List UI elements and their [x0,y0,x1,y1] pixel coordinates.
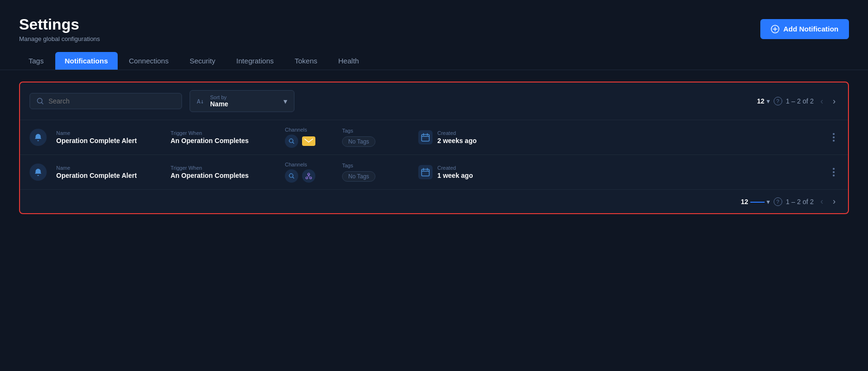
name-label: Name [56,165,161,171]
channel-icons [285,134,333,148]
channel-icons [285,169,333,183]
search-input[interactable] [49,97,175,105]
toolbar: A↓ Sort by Name ▾ 12 ▾ ? 1 – 2 of 2 ‹ › [20,82,848,120]
channels-section: Channels [285,127,333,148]
underline [750,202,765,203]
channel-search-icon [285,134,298,148]
sort-by-label: Sort by [210,94,228,100]
channels-label: Channels [285,127,333,133]
bell-svg [34,133,42,142]
bell-svg [34,168,42,176]
next-page-button-bottom[interactable]: › [830,196,838,207]
calendar-icon [418,130,433,144]
svg-text:A↓: A↓ [197,98,204,105]
help-icon[interactable]: ? [774,97,782,105]
page-title: Settings [19,15,100,33]
tab-integrations[interactable]: Integrations [227,52,283,70]
notification-list: Name Operation Complete Alert Trigger Wh… [20,120,848,189]
created-value: 1 week ago [437,172,473,179]
tab-notifications[interactable]: Notifications [55,52,118,70]
channel-webhook-icon [302,169,315,183]
sort-label-group: Sort by Name [210,94,228,108]
table-row[interactable]: Name Operation Complete Alert Trigger Wh… [20,120,848,155]
help-icon-bottom[interactable]: ? [774,197,782,206]
no-tags-badge: No Tags [342,136,375,147]
created-value: 2 weeks ago [437,137,477,144]
dot [833,136,835,138]
page-subtitle: Manage global configurations [19,35,100,42]
per-page-number: 12 [757,97,765,105]
notification-name: Operation Complete Alert [56,137,161,144]
created-info: Created 2 weeks ago [437,130,477,144]
channels-section: Channels [285,162,333,183]
created-label: Created [437,165,473,171]
svg-rect-20 [422,169,429,176]
notification-name-section: Name Operation Complete Alert [56,165,161,179]
tab-security[interactable]: Security [180,52,225,70]
svg-line-7 [293,143,294,144]
created-section: Created 2 weeks ago [418,130,495,144]
notification-name-section: Name Operation Complete Alert [56,130,161,144]
per-page-select-bottom[interactable]: 12 ▾ [741,198,770,206]
svg-line-4 [41,103,43,104]
pagination-top: 12 ▾ ? 1 – 2 of 2 ‹ › [757,95,838,107]
dot [833,168,835,170]
tags-label: Tags [342,163,409,168]
trigger-section: Trigger When An Operation Completes [171,165,275,179]
tags-section: Tags No Tags [342,163,409,182]
bell-icon [30,164,47,181]
svg-point-16 [310,177,312,179]
svg-point-15 [306,177,308,179]
main-content: A↓ Sort by Name ▾ 12 ▾ ? 1 – 2 of 2 ‹ › [0,70,868,226]
dot [833,140,835,142]
notifications-panel: A↓ Sort by Name ▾ 12 ▾ ? 1 – 2 of 2 ‹ › [19,82,849,214]
dot [833,133,835,135]
trigger-section: Trigger When An Operation Completes [171,130,275,144]
header-left: Settings Manage global configurations [19,15,100,42]
header: Settings Manage global configurations Ad… [0,0,868,52]
tab-tags[interactable]: Tags [19,52,53,70]
created-section: Created 1 week ago [418,165,495,179]
channel-search-icon [285,169,298,183]
created-info: Created 1 week ago [437,165,473,179]
created-label: Created [437,130,477,136]
tabs-bar: Tags Notifications Connections Security … [0,52,868,70]
per-page-chevron: ▾ [767,97,770,105]
tab-connections[interactable]: Connections [120,52,178,70]
pagination-text-bottom: 1 – 2 of 2 [786,198,814,206]
trigger-value: An Operation Completes [171,137,275,144]
dot [833,175,835,176]
svg-rect-8 [303,137,314,145]
tab-health[interactable]: Health [329,52,368,70]
per-page-number-bottom: 12 [741,198,748,206]
svg-line-14 [293,177,294,179]
calendar-icon [418,165,433,179]
tab-tokens[interactable]: Tokens [285,52,327,70]
pagination-text: 1 – 2 of 2 [786,97,814,105]
per-page-select[interactable]: 12 ▾ [757,97,770,105]
bell-icon [30,129,47,146]
prev-page-button[interactable]: ‹ [818,95,826,107]
next-page-button[interactable]: › [830,95,838,107]
more-options-button[interactable] [829,166,838,178]
trigger-label: Trigger When [171,130,275,136]
table-row[interactable]: Name Operation Complete Alert Trigger Wh… [20,155,848,189]
svg-point-17 [308,173,310,175]
plus-circle-icon [771,25,779,33]
no-tags-badge: No Tags [342,171,375,182]
footer-bar: 12 ▾ ? 1 – 2 of 2 ‹ › [20,189,848,213]
svg-rect-9 [422,134,429,141]
tags-section: Tags No Tags [342,128,409,147]
add-notification-button[interactable]: Add Notification [760,19,849,39]
sort-icon: A↓ [197,97,205,105]
sort-dropdown[interactable]: A↓ Sort by Name ▾ [190,90,294,112]
prev-page-button-bottom[interactable]: ‹ [818,196,826,207]
more-options-button[interactable] [829,131,838,144]
notification-name: Operation Complete Alert [56,172,161,179]
search-box[interactable] [30,93,182,109]
trigger-label: Trigger When [171,165,275,171]
channel-email-icon [302,136,315,146]
search-icon [37,97,44,105]
per-page-chevron-bottom: ▾ [767,198,770,206]
name-label: Name [56,130,161,136]
